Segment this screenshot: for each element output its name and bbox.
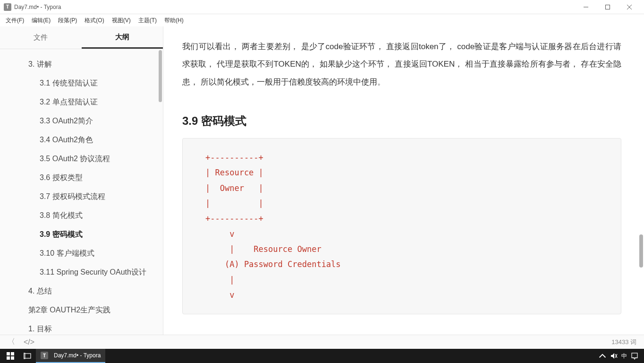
system-tray: 中 — [599, 352, 642, 360]
svg-rect-7 — [11, 356, 14, 360]
tab-file[interactable]: 文件 — [0, 26, 82, 49]
outline-item[interactable]: 3.5 OAuth2 协议流程 — [0, 149, 163, 168]
titlebar-text: Day7.md• - Typora — [14, 4, 575, 10]
svg-rect-5 — [11, 352, 14, 355]
outline-item[interactable]: 3.4 OAuth2角色 — [0, 130, 163, 149]
maximize-button[interactable] — [597, 0, 619, 14]
outline-item[interactable]: 3.10 客户端模式 — [0, 244, 163, 263]
svg-rect-13 — [632, 353, 637, 358]
outline-item[interactable]: 1. 目标 — [0, 320, 163, 335]
menu-file[interactable]: 文件(F) — [2, 15, 28, 26]
svg-rect-4 — [7, 352, 10, 355]
outline-item[interactable]: 3.1 传统登陆认证 — [0, 74, 163, 93]
editor-pane[interactable]: 我们可以看出， 两者主要差别， 是少了code验证环节， 直接返回token了，… — [163, 26, 644, 335]
main-area: 文件 大纲 3. 讲解3.1 传统登陆认证3.2 单点登陆认证3.3 OAuth… — [0, 26, 644, 335]
tray-chevron-icon[interactable] — [599, 352, 606, 360]
menu-edit[interactable]: 编辑(E) — [28, 15, 54, 26]
outline-item[interactable]: 3.8 简化模式 — [0, 206, 163, 225]
tab-outline[interactable]: 大纲 — [82, 26, 163, 49]
word-count[interactable]: 13433 词 — [611, 338, 636, 346]
svg-rect-1 — [606, 5, 610, 9]
app-icon: T — [4, 3, 11, 11]
body-paragraph: 我们可以看出， 两者主要差别， 是少了code验证环节， 直接返回token了，… — [182, 38, 621, 91]
outline-item[interactable]: 第2章 OAUTH2生产实践 — [0, 301, 163, 320]
task-view-button[interactable] — [19, 349, 36, 363]
back-button[interactable]: 〈 — [8, 337, 15, 347]
menu-theme[interactable]: 主题(T) — [135, 15, 161, 26]
statusbar: 〈 </> 13433 词 — [0, 335, 644, 349]
code-block[interactable]: +----------+ | Resource | | Owner | | | … — [182, 138, 621, 314]
task-view-icon — [24, 352, 31, 360]
outline-item[interactable]: 3. 讲解 — [0, 55, 163, 74]
source-mode-button[interactable]: </> — [24, 338, 34, 346]
windows-icon — [7, 352, 14, 360]
menu-paragraph[interactable]: 段落(P) — [54, 15, 81, 26]
minimize-button[interactable] — [575, 0, 597, 14]
outline-item[interactable]: 3.6 授权类型 — [0, 168, 163, 187]
notifications-icon[interactable] — [631, 352, 638, 360]
outline-list[interactable]: 3. 讲解3.1 传统登陆认证3.2 单点登陆认证3.3 OAuth2简介3.4… — [0, 49, 163, 335]
menubar: 文件(F) 编辑(E) 段落(P) 格式(O) 视图(V) 主题(T) 帮助(H… — [0, 14, 644, 26]
ime-indicator[interactable]: 中 — [621, 352, 627, 360]
editor-scrollbar[interactable] — [639, 234, 643, 268]
heading-3-9: 3.9 密码模式 — [182, 113, 621, 129]
taskbar-app-typora[interactable]: T Day7.md• - Typora — [36, 349, 105, 363]
sidebar-tabs: 文件 大纲 — [0, 26, 163, 49]
sidebar-scrollbar[interactable] — [159, 50, 162, 102]
svg-marker-10 — [611, 353, 614, 359]
titlebar: T Day7.md• - Typora — [0, 0, 644, 14]
windows-taskbar: T Day7.md• - Typora 中 — [0, 349, 644, 363]
menu-view[interactable]: 视图(V) — [108, 15, 135, 26]
window-controls — [575, 0, 640, 14]
start-button[interactable] — [2, 349, 19, 363]
menu-format[interactable]: 格式(O) — [81, 15, 108, 26]
outline-item[interactable]: 3.7 授权码模式流程 — [0, 187, 163, 206]
sidebar: 文件 大纲 3. 讲解3.1 传统登陆认证3.2 单点登陆认证3.3 OAuth… — [0, 26, 163, 335]
outline-item[interactable]: 3.11 Spring Security OAuth设计 — [0, 263, 163, 282]
outline-item[interactable]: 3.3 OAuth2简介 — [0, 112, 163, 130]
typora-taskbar-icon: T — [41, 352, 48, 359]
menu-help[interactable]: 帮助(H) — [161, 15, 187, 26]
volume-icon[interactable] — [610, 352, 618, 360]
outline-item[interactable]: 3.9 密码模式 — [0, 225, 163, 244]
svg-rect-6 — [7, 356, 10, 360]
close-button[interactable] — [619, 0, 640, 14]
taskbar-app-label: Day7.md• - Typora — [54, 352, 101, 359]
outline-item[interactable]: 4. 总结 — [0, 282, 163, 301]
outline-item[interactable]: 3.2 单点登陆认证 — [0, 93, 163, 112]
